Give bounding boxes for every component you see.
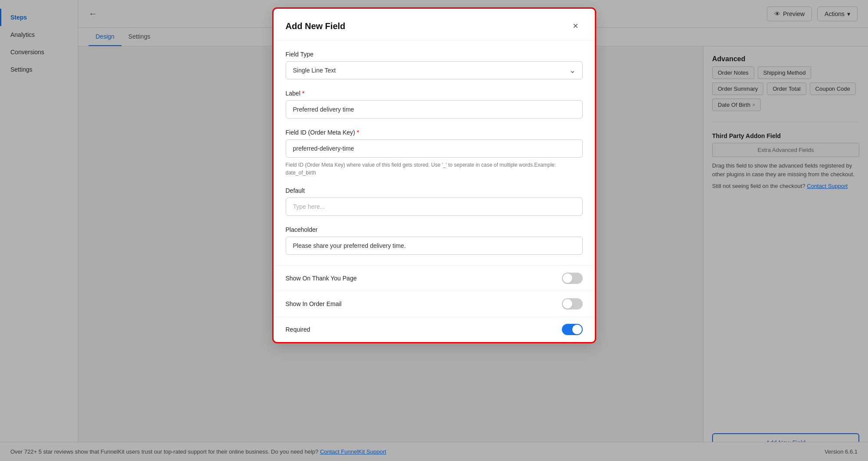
toggle-required-label: Required — [286, 326, 310, 333]
modal-close-button[interactable]: × — [569, 19, 583, 33]
toggle-thank-you[interactable] — [562, 273, 583, 284]
field-id-hint: Field ID (Order Meta Key) where value of… — [286, 161, 583, 177]
toggle-order-email-row: Show In Order Email — [274, 291, 595, 316]
required-marker-2: * — [357, 129, 359, 136]
default-group: Default — [286, 187, 583, 216]
toggle-required-knob — [572, 325, 582, 334]
field-id-group: Field ID (Order Meta Key) * Field ID (Or… — [286, 129, 583, 177]
toggle-thank-you-row: Show On Thank You Page — [274, 265, 595, 291]
label-input[interactable] — [286, 100, 583, 119]
toggle-order-email-label: Show In Order Email — [286, 300, 342, 307]
field-type-label: Field Type — [286, 51, 583, 58]
modal-overlay[interactable]: Add New Field × Field Type Single Line T… — [0, 0, 868, 461]
modal-title: Add New Field — [286, 21, 346, 31]
placeholder-input[interactable] — [286, 237, 583, 255]
field-id-input[interactable] — [286, 139, 583, 158]
field-id-label: Field ID (Order Meta Key) * — [286, 129, 583, 136]
label-label: Label * — [286, 90, 583, 97]
placeholder-group: Placeholder — [286, 226, 583, 255]
required-marker: * — [302, 90, 304, 97]
modal-body: Field Type Single Line Text Multi Line T… — [274, 40, 595, 265]
default-label: Default — [286, 187, 583, 194]
modal-header: Add New Field × — [274, 9, 595, 40]
default-input[interactable] — [286, 198, 583, 216]
toggle-required-row: Required — [274, 316, 595, 342]
field-type-group: Field Type Single Line Text Multi Line T… — [286, 51, 583, 79]
toggle-order-email-knob — [563, 299, 572, 309]
field-type-select[interactable]: Single Line Text Multi Line Text Email P… — [286, 61, 583, 79]
field-type-select-wrapper: Single Line Text Multi Line Text Email P… — [286, 61, 583, 79]
toggle-thank-you-label: Show On Thank You Page — [286, 275, 357, 282]
placeholder-label: Placeholder — [286, 226, 583, 233]
toggle-order-email[interactable] — [562, 298, 583, 310]
toggle-required[interactable] — [562, 324, 583, 335]
label-group: Label * — [286, 90, 583, 119]
toggle-thank-you-knob — [563, 273, 572, 283]
modal: Add New Field × Field Type Single Line T… — [274, 9, 595, 342]
